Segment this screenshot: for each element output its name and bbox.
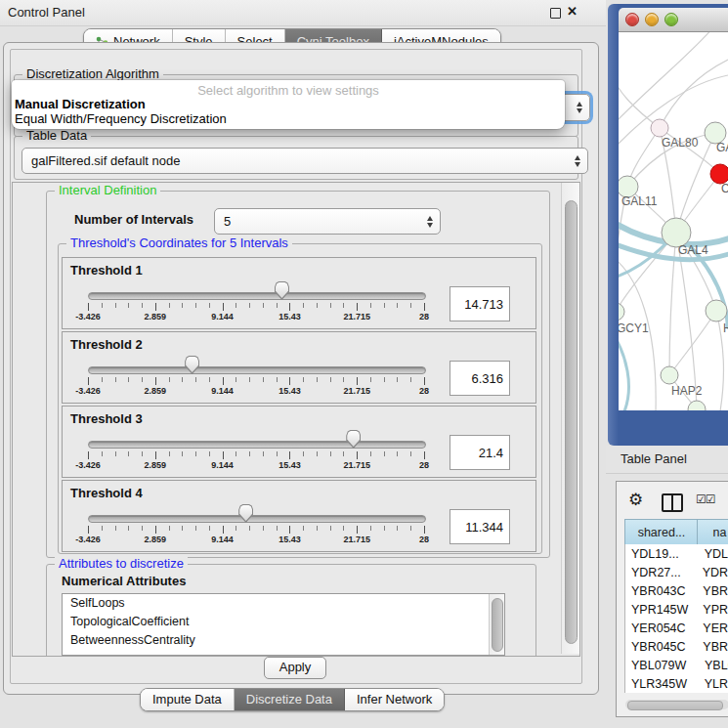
slider-tick	[343, 526, 344, 531]
node-label: GAL80	[662, 136, 699, 150]
popup-item[interactable]: Manual Discretization	[15, 97, 146, 111]
tab-impute-data[interactable]: Impute Data	[141, 689, 235, 710]
slider-tick-label: 9.144	[211, 312, 234, 321]
attribute-list-item[interactable]: BetweennessCentrality	[63, 631, 504, 650]
threshold-value-field[interactable]: 21.4	[450, 435, 510, 470]
network-window-titlebar[interactable]	[619, 8, 728, 32]
slider-tick-label: -3.426	[75, 535, 101, 544]
slider-tick	[223, 451, 224, 459]
slider-tick	[357, 451, 358, 459]
network-node-GCY1[interactable]	[619, 303, 624, 321]
slider-tick	[424, 526, 425, 534]
slider-tick	[142, 303, 143, 308]
network-node-GAL-red[interactable]	[710, 164, 728, 184]
threshold-value-field[interactable]: 6.316	[450, 361, 510, 396]
intervals-spinner[interactable]: 5	[214, 208, 441, 235]
slider-tick	[343, 451, 344, 456]
slider-tick	[195, 526, 196, 531]
zoom-button[interactable]	[664, 13, 678, 26]
float-icon[interactable]	[550, 8, 561, 19]
node-label: GCY1	[619, 321, 649, 335]
node-label: HAP2	[671, 384, 703, 398]
control-panel-titlebar: Control Panel ✕	[0, 0, 606, 26]
slider-tick	[169, 377, 170, 382]
slider-tick	[128, 451, 129, 456]
slider-tick	[370, 303, 371, 308]
table-row[interactable]: YLR345WYLR3	[625, 674, 728, 693]
select-columns-icon[interactable]: ☑☑	[696, 492, 715, 506]
slider-tick	[317, 377, 318, 382]
slider-tick	[357, 526, 358, 534]
slider-tick	[249, 526, 250, 531]
node-label: H	[723, 321, 728, 335]
table-data-value: galFiltered.sif default node	[31, 153, 180, 168]
slider-tick	[289, 303, 290, 311]
slider-track[interactable]	[88, 515, 426, 523]
network-node-H[interactable]	[706, 300, 727, 321]
minimize-button[interactable]	[645, 13, 659, 26]
cell-name: YDR2	[698, 566, 728, 579]
column-header[interactable]: shared...	[624, 519, 699, 545]
screen: Control Panel ✕ NetworkStyleSelectCyni T…	[0, 0, 728, 728]
slider-tick	[370, 526, 371, 531]
slider-tick	[128, 377, 129, 382]
horizontal-scrollbar-thumb[interactable]	[627, 701, 723, 710]
slider-track[interactable]	[88, 441, 426, 449]
cell-name: YBL0	[700, 659, 728, 672]
settings-vertical-scrollbar[interactable]	[561, 183, 579, 654]
threshold-label: Threshold 1	[70, 263, 143, 278]
slider-tick	[303, 303, 304, 308]
table-data-combobox[interactable]: galFiltered.sif default node	[21, 148, 588, 174]
threshold-value-field[interactable]: 14.713	[450, 286, 510, 321]
table-row[interactable]: YBL079WYBL0	[625, 656, 728, 674]
slider-track[interactable]	[88, 292, 426, 300]
network-node-GAL80[interactable]	[651, 119, 668, 137]
numerical-attributes-list[interactable]: SelfLoopsTopologicalCoefficientBetweenne…	[62, 593, 505, 656]
gear-icon[interactable]: ⚙	[628, 490, 643, 510]
network-node-HAP2[interactable]	[661, 366, 678, 384]
algorithm-dropdown-popup: Select algorithm to view settingsManual …	[12, 80, 565, 129]
popup-item[interactable]: Equal Width/Frequency Discretization	[15, 111, 227, 126]
settings-scrollbar-thumb[interactable]	[565, 200, 578, 644]
column-header[interactable]: na	[697, 519, 728, 545]
slider-tick	[410, 377, 411, 382]
close-icon[interactable]: ✕	[567, 4, 578, 19]
slider-track[interactable]	[88, 366, 426, 374]
slider-tick	[209, 451, 210, 456]
table-row[interactable]: YPR145WYPR1	[625, 600, 728, 619]
horizontal-scrollbar[interactable]	[625, 700, 728, 709]
threshold-value-field[interactable]: 11.344	[450, 509, 510, 544]
table-row[interactable]: YBR045CYBR0	[625, 637, 728, 656]
cell-name: YPR1	[698, 603, 728, 617]
columns-icon[interactable]	[662, 493, 683, 512]
slider-tick	[424, 377, 425, 385]
cell-shared-name: YDL19...	[625, 547, 700, 561]
list-scrollbar-thumb[interactable]	[492, 598, 503, 652]
popup-hint: Select algorithm to view settings	[12, 83, 565, 98]
cell-name: YDL1	[700, 547, 728, 561]
network-canvas[interactable]: GAL80GACGAL11GAL4GCY1HHAP2	[619, 32, 728, 410]
slider-tick	[195, 377, 196, 382]
slider-tick	[384, 303, 385, 308]
tab-infer-network[interactable]: Infer Network	[345, 689, 444, 710]
slider-tick-label: 28	[419, 312, 429, 321]
table-row[interactable]: YDL19...YDL1	[625, 544, 728, 563]
table-row[interactable]: YBR043CYBR0	[625, 581, 728, 600]
slider-tick	[102, 303, 103, 308]
apply-button[interactable]: Apply	[264, 657, 326, 679]
list-vertical-scrollbar[interactable]	[489, 594, 504, 655]
thresholds-group-title: Threshold's Coordinates for 5 Intervals	[66, 236, 292, 250]
table-row[interactable]: YDR27...YDR2	[625, 563, 728, 581]
slider-tick	[303, 451, 304, 456]
table-row[interactable]: YER054CYER0	[625, 619, 728, 637]
tab-label: Infer Network	[357, 689, 432, 710]
slider-tick	[155, 377, 156, 385]
tab-discretize-data[interactable]: Discretize Data	[235, 689, 345, 710]
threshold-panel: Threshold 1-3.4262.8599.14415.4321.71528…	[62, 257, 536, 329]
attribute-list-item[interactable]: SelfLoops	[63, 594, 504, 613]
attribute-list-item[interactable]: TopologicalCoefficient	[63, 613, 504, 631]
node-label: C	[721, 182, 728, 195]
slider-tick	[370, 377, 371, 382]
slider-tick	[384, 451, 385, 456]
close-button[interactable]	[625, 13, 639, 26]
